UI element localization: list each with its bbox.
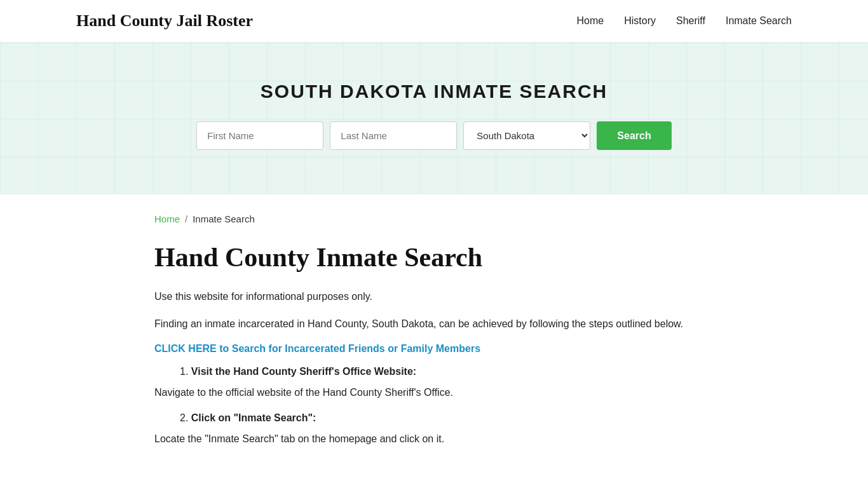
intro-para-2: Finding an inmate incarcerated in Hand C…: [154, 315, 714, 332]
intro-para-1: Use this website for informational purpo…: [154, 288, 714, 305]
page-title: Hand County Inmate Search: [154, 242, 714, 273]
breadcrumb-separator: /: [185, 214, 187, 224]
hero-title: SOUTH DAKOTA INMATE SEARCH: [13, 81, 855, 102]
step-2-label: 2. Click on "Inmate Search":: [180, 412, 714, 424]
site-logo[interactable]: Hand County Jail Roster: [76, 11, 253, 30]
nav-sheriff[interactable]: Sheriff: [676, 15, 705, 27]
step-2: 2. Click on "Inmate Search":: [180, 412, 714, 424]
nav-inmate-search[interactable]: Inmate Search: [726, 15, 792, 27]
main-nav: Home History Sheriff Inmate Search: [577, 15, 792, 27]
state-select[interactable]: South Dakota Alabama Alaska Arizona Arka…: [463, 121, 590, 150]
search-link[interactable]: CLICK HERE to Search for Incarcerated Fr…: [154, 343, 480, 354]
nav-home[interactable]: Home: [577, 15, 604, 27]
breadcrumb-home[interactable]: Home: [154, 214, 180, 224]
nav-history[interactable]: History: [624, 15, 656, 27]
first-name-input[interactable]: [196, 121, 323, 150]
step-2-desc: Locate the "Inmate Search" tab on the ho…: [154, 430, 714, 447]
step-1-label: 1. Visit the Hand County Sheriff's Offic…: [180, 366, 714, 377]
step-1: 1. Visit the Hand County Sheriff's Offic…: [180, 366, 714, 377]
main-content: Home / Inmate Search Hand County Inmate …: [129, 194, 739, 488]
step-1-desc: Navigate to the official website of the …: [154, 384, 714, 401]
search-button[interactable]: Search: [597, 121, 671, 150]
breadcrumb: Home / Inmate Search: [154, 214, 714, 224]
hero-section: SOUTH DAKOTA INMATE SEARCH South Dakota …: [0, 43, 868, 194]
last-name-input[interactable]: [330, 121, 457, 150]
breadcrumb-current: Inmate Search: [193, 214, 255, 224]
inmate-search-form: South Dakota Alabama Alaska Arizona Arka…: [13, 121, 855, 150]
site-header: Hand County Jail Roster Home History She…: [0, 0, 868, 43]
